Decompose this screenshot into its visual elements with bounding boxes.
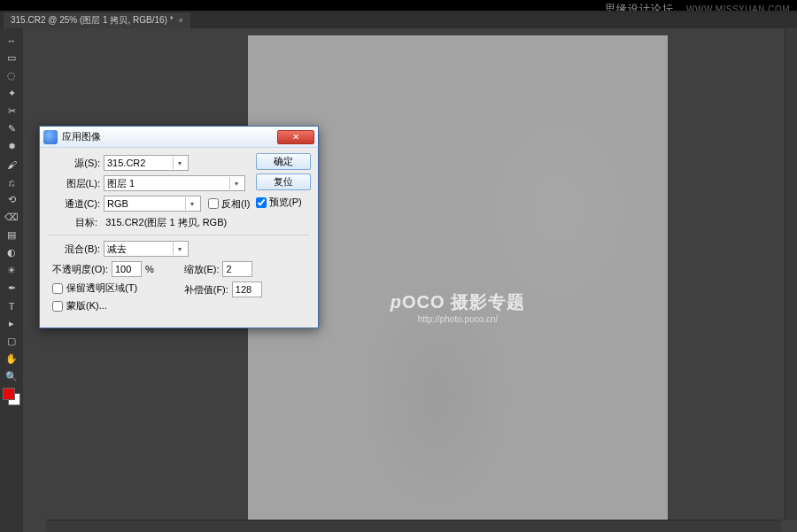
blend-label: 混合(B):	[49, 243, 100, 256]
horizontal-scrollbar[interactable]	[46, 520, 781, 532]
zoom-tool[interactable]: 🔍	[3, 368, 20, 385]
pen-tool[interactable]: ✒	[3, 280, 20, 297]
poco-watermark: pPOCO 摄影专题OCO 摄影专题 http://photo.poco.cn/	[391, 290, 525, 324]
scale-label: 缩放(E):	[184, 263, 220, 276]
rectangle-tool[interactable]: ▢	[3, 333, 20, 350]
offset-input[interactable]	[232, 281, 262, 297]
photoshop-window: 315.CR2 @ 25% (图层 1 拷贝, RGB/16) * × ↔▭◌✦…	[0, 11, 797, 532]
dialog-close-button[interactable]: ✕	[277, 130, 314, 144]
layer-value: 图层 1	[107, 177, 135, 190]
dialog-title: 应用图像	[62, 130, 277, 143]
dialog-body: 确定 复位 预览(P) 源(S): 315.CR2 ▾	[40, 148, 318, 328]
canvas-area: pPOCO 摄影专题OCO 摄影专题 http://photo.poco.cn/…	[23, 28, 797, 532]
opacity-input[interactable]	[112, 261, 142, 277]
channel-label: 通道(C):	[49, 197, 100, 211]
chevron-down-icon: ▾	[173, 243, 185, 255]
layer-select[interactable]: 图层 1 ▾	[104, 175, 245, 191]
target-label: 目标:	[75, 217, 97, 227]
scale-input[interactable]	[222, 261, 252, 277]
type-tool[interactable]: T	[3, 297, 20, 314]
stamp-tool[interactable]: ⎌	[3, 173, 20, 190]
close-icon: ✕	[292, 132, 299, 142]
eraser-tool[interactable]: ⌫	[3, 209, 20, 226]
gradient-tool[interactable]: ▤	[3, 227, 20, 243]
poco-url: http://photo.poco.cn/	[391, 314, 525, 324]
target-value: 315.CR2(图层 1 拷贝, RGB)	[105, 217, 227, 227]
preserve-checkbox-input[interactable]	[52, 283, 63, 294]
dialog-icon	[43, 130, 58, 144]
chevron-down-icon: ▾	[185, 197, 197, 210]
opacity-label: 不透明度(O):	[52, 263, 108, 276]
source-value: 315.CR2	[107, 158, 145, 168]
poco-line1: pPOCO 摄影专题OCO 摄影专题	[391, 290, 525, 314]
document-tab-label: 315.CR2 @ 25% (图层 1 拷贝, RGB/16) *	[11, 14, 174, 27]
dialog-button-column: 确定 复位 预览(P)	[256, 153, 311, 209]
vertical-scrollbar[interactable]	[785, 28, 797, 520]
history-brush-tool[interactable]: ⟲	[3, 191, 20, 208]
preview-checkbox[interactable]: 预览(P)	[256, 196, 311, 209]
chevron-down-icon: ▾	[173, 157, 185, 169]
ok-button[interactable]: 确定	[256, 153, 311, 170]
mask-checkbox[interactable]: 蒙版(K)...	[52, 299, 154, 312]
workarea: ↔▭◌✦✂✎✹🖌⎌⟲⌫▤◐☀✒T▸▢✋🔍 pPOCO 摄影专题OCO 摄影专题 …	[0, 28, 797, 532]
blur-tool[interactable]: ◐	[3, 244, 20, 261]
chevron-down-icon: ▾	[229, 177, 242, 189]
document-tabbar: 315.CR2 @ 25% (图层 1 拷贝, RGB/16) * ×	[0, 12, 797, 28]
toolbox: ↔▭◌✦✂✎✹🖌⎌⟲⌫▤◐☀✒T▸▢✋🔍	[0, 28, 23, 532]
preview-checkbox-input[interactable]	[256, 197, 267, 208]
preserve-transparency-checkbox[interactable]: 保留透明区域(T)	[52, 281, 154, 295]
blend-select[interactable]: 减去 ▾	[104, 241, 189, 257]
blend-value: 减去	[107, 243, 127, 256]
marquee-tool[interactable]: ▭	[3, 50, 20, 66]
reset-button[interactable]: 复位	[256, 173, 311, 190]
preview-label: 预览(P)	[269, 196, 302, 209]
target-row: 目标: 315.CR2(图层 1 拷贝, RGB)	[75, 216, 309, 229]
source-select[interactable]: 315.CR2 ▾	[104, 155, 189, 171]
dialog-titlebar[interactable]: 应用图像 ✕	[40, 127, 318, 148]
invert-label: 反相(I)	[221, 197, 250, 211]
opacity-unit: %	[145, 264, 154, 274]
wand-tool[interactable]: ✦	[3, 85, 20, 102]
offset-label: 补偿值(F):	[184, 283, 228, 297]
preserve-label: 保留透明区域(T)	[66, 281, 137, 295]
hand-tool[interactable]: ✋	[3, 351, 20, 367]
apply-image-dialog: 应用图像 ✕ 确定 复位 预览(P) 源(S):	[39, 126, 319, 328]
mask-label: 蒙版(K)...	[66, 299, 107, 312]
close-tab-icon[interactable]: ×	[179, 16, 183, 25]
channel-select[interactable]: RGB ▾	[104, 196, 201, 212]
document-tab[interactable]: 315.CR2 @ 25% (图层 1 拷贝, RGB/16) * ×	[4, 12, 190, 28]
channel-value: RGB	[107, 198, 128, 209]
mask-checkbox-input[interactable]	[52, 301, 63, 312]
layer-label: 图层(L):	[49, 177, 100, 190]
brush-tool[interactable]: 🖌	[3, 156, 20, 173]
spot-heal-tool[interactable]: ✹	[3, 138, 20, 155]
crop-tool[interactable]: ✂	[3, 103, 20, 120]
source-label: 源(S):	[49, 157, 100, 170]
move-tool[interactable]: ↔	[3, 32, 20, 49]
eyedropper-tool[interactable]: ✎	[3, 120, 20, 137]
path-select-tool[interactable]: ▸	[3, 315, 20, 332]
invert-checkbox-input[interactable]	[208, 198, 219, 209]
lasso-tool[interactable]: ◌	[3, 67, 20, 84]
foreground-color-swatch[interactable]	[3, 388, 15, 400]
dodge-tool[interactable]: ☀	[3, 262, 20, 279]
invert-checkbox[interactable]: 反相(I)	[208, 197, 250, 211]
color-swatch[interactable]	[3, 388, 20, 405]
separator	[49, 235, 309, 235]
